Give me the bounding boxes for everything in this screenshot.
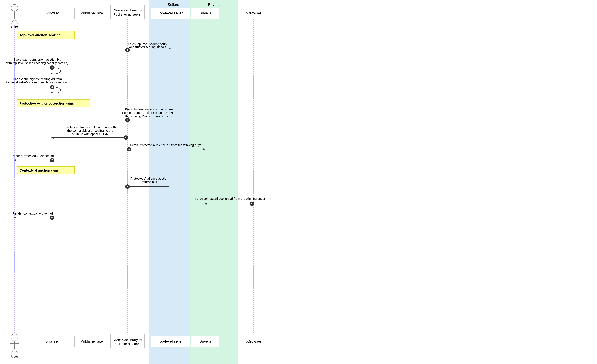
svg-marker-73 [204,203,207,205]
svg-text:Set fenced frame config attrib: Set fenced frame config attribute with [64,126,116,129]
svg-rect-82 [75,336,109,347]
svg-text:6: 6 [128,148,130,150]
buyers-group-label: Buyers [208,2,220,7]
svg-rect-39 [17,100,90,107]
svg-marker-56 [203,148,205,150]
svg-rect-86 [191,336,219,347]
svg-text:8: 8 [127,185,128,188]
svg-point-52 [124,135,128,140]
svg-point-88 [11,334,18,341]
svg-text:4: 4 [127,119,128,121]
svg-text:and trusted scoring signals: and trusted scoring signals [129,45,166,49]
svg-rect-85 [151,336,190,347]
buyers-bottom-label: Buyers [199,339,211,343]
sellers-group-label: Sellers [168,2,179,7]
svg-rect-3 [75,8,109,19]
svg-point-69 [125,184,130,189]
svg-line-92 [15,348,18,354]
svg-text:Publisher ad server: Publisher ad server [113,342,142,346]
svg-text:Protected Audience auction: Protected Audience auction [130,177,168,180]
svg-rect-1 [190,0,238,364]
pbrowser-top-label: pBrowser [245,11,261,15]
svg-rect-8 [238,8,269,19]
svg-rect-0 [149,0,197,364]
svg-line-91 [11,348,15,354]
svg-text:1: 1 [127,48,128,51]
svg-marker-51 [51,137,54,139]
svg-text:Choose the highest scoring ad : Choose the highest scoring ad from [13,77,62,81]
svg-point-32 [50,65,54,70]
svg-text:the config object or set ifram: the config object or set iframe src [67,129,113,132]
svg-marker-61 [14,159,16,161]
svg-rect-83 [110,334,145,348]
svg-marker-68 [127,186,129,188]
publisher-bottom-label: Publisher site [80,339,103,343]
svg-point-27 [125,47,130,52]
svg-text:Fetch contextual auction ad fr: Fetch contextual auction ad from the win… [195,197,265,200]
svg-marker-78 [14,217,16,219]
svg-rect-87 [238,336,269,347]
svg-line-13 [15,19,18,24]
top-seller-bottom-label: Top-level seller [158,339,183,343]
svg-text:3: 3 [51,86,53,88]
pa-wins-label: Protective Audience auction wins [19,102,74,105]
top-level-scoring-label: Top-level auction scoring [19,33,61,37]
user-bottom-label: User [11,355,18,358]
svg-text:2: 2 [51,66,53,69]
svg-rect-22 [17,31,75,39]
svg-point-9 [11,4,18,11]
arrows-svg: Sellers Buyers Browser Publisher site Cl… [0,0,597,364]
svg-text:with top-level seller's scorin: with top-level seller's scoring script (… [6,61,68,65]
svg-text:Fetch top-level scoring script: Fetch top-level scoring script [128,42,168,46]
svg-text:9: 9 [251,202,252,205]
svg-text:Protected Audience auction ret: Protected Audience auction returns [125,108,173,111]
pbrowser-bottom-label: pBrowser [245,339,261,343]
svg-point-45 [125,118,130,122]
contextual-wins-label: Contextual auction wins [19,168,59,172]
svg-text:top-level seller's score of ea: top-level seller's score of each compone… [6,81,69,84]
svg-text:7: 7 [51,159,53,161]
browser-bottom-label: Browser [45,339,59,343]
client-lib-bottom-label: Client-side library for [113,338,142,342]
svg-marker-31 [51,73,53,75]
svg-text:attribute with opaque URN: attribute with opaque URN [72,132,109,136]
svg-text:User: User [11,25,18,29]
svg-marker-24 [169,47,171,49]
svg-rect-81 [34,336,70,347]
svg-rect-4 [110,5,145,19]
svg-text:Score each component auction b: Score each component auction bid [13,58,61,61]
svg-rect-2 [34,8,70,19]
svg-text:FencedFrameConfig or opaque UR: FencedFrameConfig or opaque URN of [122,111,176,114]
svg-text:Render contextual auction ad: Render contextual auction ad [12,212,53,215]
buyers-top-label: Buyers [199,11,211,15]
svg-point-62 [50,158,54,162]
browser-top-label: Browser [45,11,59,15]
svg-rect-6 [151,8,190,19]
svg-text:Fetch Protected Audience ad fr: Fetch Protected Audience ad from the win… [130,143,203,147]
svg-point-57 [127,147,131,151]
diagram-container: Sellers Buyers Browser Publisher site Cl… [0,0,597,364]
svg-text:5: 5 [125,136,126,139]
svg-text:the winning Protected Audience: the winning Protected Audience ad [125,114,173,118]
top-seller-top-label: Top-level seller [158,11,183,15]
svg-point-79 [50,215,54,220]
svg-point-37 [50,85,54,89]
svg-marker-36 [51,92,53,94]
svg-point-74 [250,202,254,206]
svg-text:Render Protected Audience ad: Render Protected Audience ad [11,154,54,158]
svg-rect-64 [17,166,75,174]
svg-text:returns null: returns null [142,180,157,184]
svg-marker-41 [127,117,129,119]
svg-line-12 [11,19,15,24]
publisher-top-label: Publisher site [80,11,103,15]
svg-rect-7 [191,8,219,19]
client-lib-top-label: Client-side library for [113,8,142,12]
svg-text:10: 10 [51,216,53,219]
svg-text:Publisher ad server: Publisher ad server [113,13,142,16]
